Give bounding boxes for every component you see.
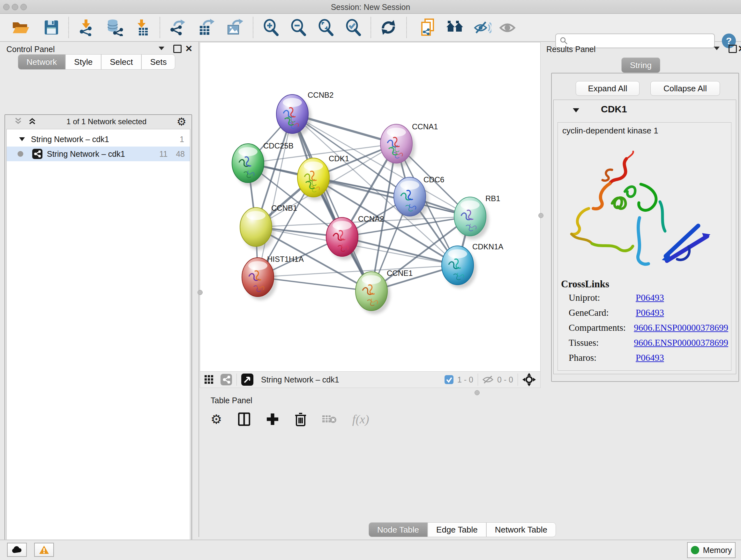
tab-node-table[interactable]: Node Table — [368, 522, 428, 537]
function-builder-icon[interactable]: f(x) — [352, 412, 369, 426]
svg-text:HIST1H1A: HIST1H1A — [267, 255, 304, 263]
tab-sets[interactable]: Sets — [141, 54, 175, 70]
network-row[interactable]: String Network – cdk1 11 48 — [7, 146, 190, 161]
tab-string[interactable]: String — [621, 57, 660, 73]
warning-icon — [39, 545, 49, 554]
protein-node-HIST1H1A — [242, 258, 277, 300]
network-options-gear-icon[interactable]: ⚙ — [177, 116, 186, 127]
tab-network-table[interactable]: Network Table — [486, 522, 556, 537]
gene-section: CDK1 cyclin-dependent kinase 1 — [553, 100, 736, 374]
import-network-icon[interactable] — [77, 18, 95, 37]
status-bar: Memory — [0, 540, 741, 560]
cloud-icon — [11, 546, 22, 554]
svg-text:RB1: RB1 — [485, 194, 500, 203]
svg-text:CCNA2: CCNA2 — [358, 214, 384, 223]
export-network-icon[interactable] — [168, 18, 186, 37]
results-panel-menu-icon[interactable] — [713, 45, 720, 52]
export-table-icon[interactable] — [197, 18, 215, 37]
expand-all-networks-icon[interactable] — [28, 117, 37, 126]
crosslink-link[interactable]: P06493 — [636, 353, 664, 363]
crosslink-link[interactable]: 9606.ENSP00000378699 — [634, 322, 728, 333]
export-image-icon[interactable] — [226, 18, 244, 37]
tree-expand-icon[interactable] — [19, 137, 25, 142]
collapse-all-button[interactable]: Collapse All — [650, 81, 720, 96]
warning-button[interactable] — [34, 543, 54, 557]
clone-network-icon[interactable] — [420, 18, 437, 37]
section-collapse-icon[interactable] — [572, 107, 580, 113]
left-splitter-handle[interactable] — [198, 290, 203, 295]
control-panel-float-icon[interactable] — [173, 45, 182, 53]
crosslink-link[interactable]: P06493 — [636, 293, 664, 303]
protein-node-CDKN1A — [442, 246, 476, 288]
footer-network-title: String Network – cdk1 — [261, 375, 339, 384]
save-session-icon[interactable] — [43, 18, 60, 37]
network-graph[interactable]: CCNB2CCNA1CDC25BCDK1CDC6RB1CCNB1CCNA2CDK… — [200, 43, 540, 371]
table-panel-title: Table Panel — [211, 396, 253, 405]
toolbar-separator — [159, 17, 160, 38]
show-all-icon[interactable] — [498, 18, 516, 37]
footer-separator — [478, 374, 478, 386]
hidden-eye-icon[interactable] — [482, 375, 493, 384]
control-panel-close-icon[interactable]: ✕ — [185, 44, 192, 54]
tab-select[interactable]: Select — [101, 54, 141, 70]
delete-table-icon[interactable] — [322, 414, 336, 424]
window-title: Session: New Session — [0, 3, 741, 12]
tab-edge-table[interactable]: Edge Table — [428, 522, 486, 537]
import-table-icon[interactable] — [133, 18, 151, 37]
grid-view-icon[interactable] — [205, 375, 213, 384]
results-panel-float-icon[interactable] — [729, 45, 737, 53]
cloud-button[interactable] — [7, 543, 27, 557]
crosslink-label: GeneCard: — [569, 307, 636, 318]
control-panel-title: Control Panel — [6, 45, 55, 54]
gene-description: cyclin-dependent kinase 1 — [562, 126, 658, 136]
toolbar-separator — [253, 17, 253, 38]
crosslink-row: GeneCard:P06493 — [569, 307, 728, 318]
selected-count: 1 - 0 — [457, 375, 473, 384]
table-panel: Table Panel ⚙ f(x) shared namenamecanoni… — [199, 393, 741, 540]
svg-text:CDK1: CDK1 — [329, 154, 349, 163]
selected-checkbox-icon[interactable] — [445, 375, 454, 384]
crosslink-label: Uniprot: — [569, 293, 636, 303]
import-network-from-database-icon[interactable] — [106, 18, 124, 37]
protein-node-RB1 — [454, 197, 489, 240]
open-session-icon[interactable] — [11, 18, 29, 37]
title-bar: Session: New Session — [0, 0, 741, 14]
crosslink-row: Uniprot:P06493 — [569, 293, 728, 303]
crosslink-label: Tissues: — [569, 337, 634, 348]
zoom-in-icon[interactable] — [262, 18, 280, 37]
first-neighbors-icon[interactable] — [446, 18, 464, 37]
expand-all-button[interactable]: Expand All — [576, 81, 639, 96]
crosslink-link[interactable]: 9606.ENSP00000378699 — [634, 337, 728, 348]
network-canvas[interactable]: CCNB2CCNA1CDC25BCDK1CDC6RB1CCNB1CCNA2CDK… — [200, 42, 541, 372]
refresh-view-icon[interactable] — [380, 18, 397, 37]
tab-style[interactable]: Style — [65, 54, 101, 70]
show-columns-icon[interactable] — [238, 413, 250, 426]
delete-column-icon[interactable] — [295, 412, 307, 426]
hidden-count: 0 - 0 — [497, 375, 513, 384]
memory-button[interactable]: Memory — [687, 542, 736, 558]
svg-text:CDC25B: CDC25B — [263, 141, 293, 150]
tab-network[interactable]: Network — [18, 54, 65, 70]
footer-separator — [237, 374, 237, 386]
network-collection-row[interactable]: String Network – cdk1 1 — [7, 132, 190, 146]
zoom-selected-icon[interactable] — [344, 18, 362, 37]
hide-selected-icon[interactable] — [474, 18, 491, 37]
memory-label: Memory — [703, 546, 732, 555]
network-view-icon[interactable] — [220, 374, 232, 385]
crosslink-link[interactable]: P06493 — [636, 307, 664, 318]
zoom-out-icon[interactable] — [289, 18, 307, 37]
toolbar-separator — [68, 17, 69, 38]
collapse-all-networks-icon[interactable] — [14, 117, 22, 126]
network-status-dot — [17, 151, 23, 157]
add-column-icon[interactable] — [266, 413, 279, 426]
zoom-fit-icon[interactable] — [317, 18, 334, 37]
table-settings-gear-icon[interactable]: ⚙ — [211, 413, 222, 426]
pan-crosshair-icon[interactable] — [522, 373, 536, 386]
control-panel-menu-icon[interactable] — [158, 45, 165, 52]
application-window: Session: New Session — [0, 0, 741, 560]
results-panel-close-icon[interactable]: ✕ — [738, 44, 741, 54]
birds-eye-view-icon[interactable] — [241, 374, 253, 386]
svg-text:CCNA1: CCNA1 — [412, 122, 438, 131]
network-view-footer: String Network – cdk1 1 - 0 0 - 0 — [200, 371, 541, 388]
memory-status-icon — [691, 546, 699, 554]
